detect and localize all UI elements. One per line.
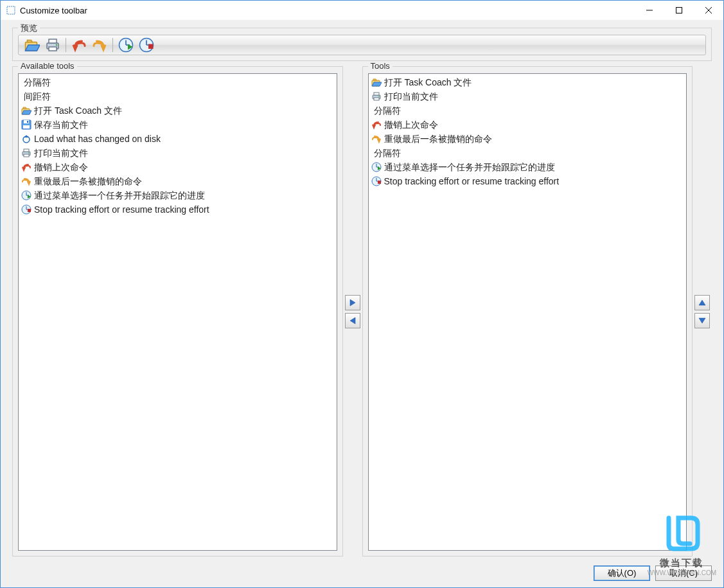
list-item[interactable]: Load what has changed on disk <box>20 132 335 146</box>
list-item-label: 撤销上次命令 <box>34 161 88 174</box>
move-down-button[interactable] <box>694 313 710 328</box>
print-icon <box>45 37 60 53</box>
list-item[interactable]: 打开 Task Coach 文件 <box>20 103 335 118</box>
list-item[interactable]: 分隔符 <box>370 103 685 118</box>
list-item[interactable]: 撤销上次命令 <box>370 118 685 132</box>
undo-icon <box>21 162 31 172</box>
titlebar[interactable]: Customize toolbar <box>1 1 723 20</box>
available-fieldset: Available tools 分隔符间距符打开 Task Coach 文件保存… <box>12 66 343 557</box>
redo-icon <box>92 37 107 53</box>
list-item[interactable]: 打印当前文件 <box>370 89 685 103</box>
minimize-button[interactable] <box>635 1 664 20</box>
list-item[interactable]: 重做最后一条被撤销的命令 <box>20 174 335 188</box>
clock-start-toolbar-button[interactable] <box>116 36 136 54</box>
open-icon <box>24 37 40 53</box>
clock-start-icon <box>21 190 31 200</box>
open-icon <box>371 77 382 87</box>
open-icon <box>21 105 31 116</box>
reload-icon <box>21 134 31 144</box>
move-buttons <box>343 66 362 557</box>
list-item-label: 打印当前文件 <box>384 90 438 103</box>
clock-stop-toolbar-button[interactable] <box>137 36 156 54</box>
app-icon <box>6 5 16 15</box>
list-item-label: 通过菜单选择一个任务并开始跟踪它的进度 <box>384 161 555 174</box>
clock-stop-icon <box>371 176 382 186</box>
reorder-buttons <box>693 66 712 557</box>
list-item-label: 分隔符 <box>374 147 401 159</box>
save-icon <box>21 120 31 130</box>
list-item[interactable]: 保存当前文件 <box>20 118 335 132</box>
clock-start-icon <box>118 37 134 53</box>
list-item[interactable]: Stop tracking effort or resume tracking … <box>370 174 685 188</box>
columns: Available tools 分隔符间距符打开 Task Coach 文件保存… <box>12 66 712 557</box>
list-item-label: 重做最后一条被撤销的命令 <box>384 132 492 145</box>
list-item-label: 撤销上次命令 <box>384 118 438 131</box>
redo-icon <box>21 176 31 186</box>
preview-group: 预览 <box>12 28 712 61</box>
available-tools-list[interactable]: 分隔符间距符打开 Task Coach 文件保存当前文件Load what ha… <box>18 73 337 551</box>
list-item-label: 分隔符 <box>24 76 51 89</box>
list-item[interactable]: 通过菜单选择一个任务并开始跟踪它的进度 <box>20 188 335 202</box>
print-toolbar-button[interactable] <box>43 36 62 54</box>
undo-icon <box>371 120 382 130</box>
maximize-button[interactable] <box>664 1 694 20</box>
dialog-footer: 确认(O) 取消(C) <box>1 562 723 587</box>
list-item-label: 间距符 <box>24 90 51 103</box>
list-item[interactable]: 打印当前文件 <box>20 146 335 160</box>
list-item[interactable]: 打开 Task Coach 文件 <box>370 75 685 89</box>
dialog-content: 预览 Available tools 分隔符间距符打开 Task Coach 文… <box>1 20 723 562</box>
list-item[interactable]: 分隔符 <box>370 146 685 160</box>
redo-toolbar-button[interactable] <box>90 36 109 54</box>
redo-icon <box>371 134 382 144</box>
move-up-button[interactable] <box>694 295 710 310</box>
cancel-button[interactable]: 取消(C) <box>655 566 712 581</box>
current-tools-list[interactable]: 打开 Task Coach 文件打印当前文件分隔符撤销上次命令重做最后一条被撤销… <box>368 73 687 551</box>
move-left-button[interactable] <box>345 313 360 328</box>
undo-toolbar-button[interactable] <box>69 36 89 54</box>
ok-button[interactable]: 确认(O) <box>594 566 650 581</box>
list-item[interactable]: 撤销上次命令 <box>20 160 335 174</box>
undo-icon <box>71 37 87 53</box>
tools-group: Tools 打开 Task Coach 文件打印当前文件分隔符撤销上次命令重做最… <box>362 66 693 557</box>
list-item[interactable]: 重做最后一条被撤销的命令 <box>370 132 685 146</box>
list-item-label: 打开 Task Coach 文件 <box>384 76 472 89</box>
list-item-label: 分隔符 <box>374 104 401 117</box>
list-item-label: Load what has changed on disk <box>34 132 161 145</box>
window-title: Customize toolbar <box>20 6 87 15</box>
toolbar-separator <box>112 38 113 52</box>
list-item[interactable]: 分隔符 <box>20 75 335 89</box>
clock-stop-icon <box>21 204 31 215</box>
clock-stop-icon <box>139 37 154 53</box>
open-toolbar-button[interactable] <box>22 36 42 54</box>
list-item[interactable]: Stop tracking effort or resume tracking … <box>20 202 335 217</box>
print-icon <box>21 148 31 158</box>
tools-fieldset: Tools 打开 Task Coach 文件打印当前文件分隔符撤销上次命令重做最… <box>362 66 693 557</box>
window-frame: Customize toolbar 预览 Available tools 分隔符… <box>0 0 724 588</box>
list-item[interactable]: 通过菜单选择一个任务并开始跟踪它的进度 <box>370 160 685 174</box>
list-item-label: 打开 Task Coach 文件 <box>34 104 122 117</box>
list-item-label: Stop tracking effort or resume tracking … <box>384 175 560 188</box>
move-right-button[interactable] <box>345 295 360 310</box>
available-group: Available tools 分隔符间距符打开 Task Coach 文件保存… <box>12 66 343 557</box>
close-button[interactable] <box>694 1 723 20</box>
toolbar-separator <box>66 38 66 52</box>
list-item-label: Stop tracking effort or resume tracking … <box>34 203 209 216</box>
print-icon <box>371 91 382 102</box>
svg-rect-0 <box>7 6 15 14</box>
preview-label: 预览 <box>18 22 40 34</box>
list-item[interactable]: 间距符 <box>20 89 335 103</box>
tools-label: Tools <box>368 61 393 71</box>
list-item-label: 保存当前文件 <box>34 118 88 131</box>
available-label: Available tools <box>18 61 77 71</box>
svg-rect-2 <box>676 8 682 13</box>
clock-start-icon <box>371 162 382 172</box>
list-item-label: 通过菜单选择一个任务并开始跟踪它的进度 <box>34 189 205 202</box>
preview-toolbar <box>18 35 706 55</box>
list-item-label: 打印当前文件 <box>34 147 88 159</box>
list-item-label: 重做最后一条被撤销的命令 <box>34 175 142 188</box>
